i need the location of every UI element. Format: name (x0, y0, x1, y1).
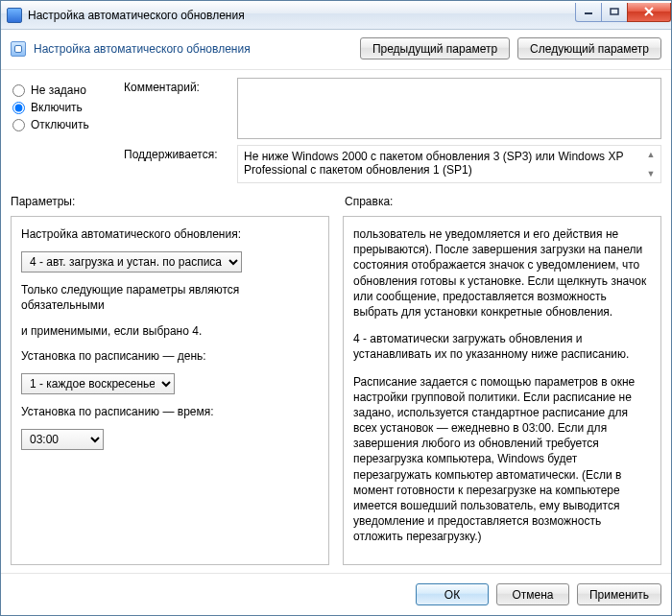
minimize-button[interactable] (575, 3, 602, 22)
supported-row: Поддерживается: Не ниже Windows 2000 с п… (124, 145, 661, 183)
maximize-button[interactable] (601, 3, 628, 22)
supported-label: Поддерживается: (124, 145, 229, 161)
state-radios: Не задано Включить Отключить (11, 78, 110, 189)
close-icon (643, 7, 655, 16)
policy-icon (11, 41, 26, 57)
header-title: Настройка автоматического обновления (34, 42, 360, 56)
options-title: Настройка автоматического обновления: (21, 226, 319, 242)
time-label: Установка по расписанию — время: (21, 404, 319, 419)
maximize-icon (610, 8, 619, 15)
ok-button[interactable]: ОК (416, 583, 489, 605)
help-panel: пользователь не уведомляется и его дейст… (343, 216, 661, 565)
svg-rect-0 (585, 12, 592, 14)
radio-enabled-label: Включить (31, 101, 83, 114)
radio-disabled[interactable]: Отключить (11, 118, 110, 131)
scroll-down-icon[interactable]: ▼ (643, 167, 659, 180)
comment-label: Комментарий: (124, 78, 229, 94)
fields: Комментарий: Поддерживается: Не ниже Win… (124, 78, 661, 189)
options-note1: Только следующие параметры являются обяз… (21, 282, 319, 313)
options-section-label: Параметры: (11, 195, 329, 208)
window-title: Настройка автоматического обновления (28, 9, 576, 22)
comment-row: Комментарий: (124, 78, 661, 139)
radio-enabled[interactable]: Включить (11, 101, 110, 114)
help-p2: 4 - автоматически загружать обновления и… (353, 331, 651, 362)
cancel-button[interactable]: Отмена (496, 583, 569, 605)
columns: Настройка автоматического обновления: 4 … (1, 210, 671, 573)
schedule-day-select[interactable]: 1 - каждое воскресенье (21, 373, 175, 394)
supported-box: Не ниже Windows 2000 с пакетом обновлени… (237, 145, 661, 183)
radio-not-configured-input[interactable] (12, 84, 25, 97)
next-setting-button[interactable]: Следующий параметр (517, 37, 661, 59)
section-labels: Параметры: Справка: (1, 193, 671, 210)
upper-panel: Не задано Включить Отключить Комментарий… (1, 70, 671, 193)
schedule-time-select[interactable]: 03:00 (21, 429, 104, 450)
help-p3: Расписание задается с помощью параметров… (353, 374, 651, 545)
help-p1: пользователь не уведомляется и его дейст… (353, 226, 651, 320)
help-section-label: Справка: (345, 195, 393, 208)
radio-not-configured[interactable]: Не задано (11, 83, 110, 97)
app-icon (7, 8, 22, 23)
header: Настройка автоматического обновления Пре… (1, 30, 671, 70)
supported-text: Не ниже Windows 2000 с пакетом обновлени… (244, 150, 623, 177)
previous-setting-button[interactable]: Предыдущий параметр (360, 37, 510, 59)
update-mode-select[interactable]: 4 - авт. загрузка и устан. по расписанию (21, 251, 242, 272)
radio-not-configured-label: Не задано (31, 83, 86, 97)
svg-rect-1 (611, 9, 618, 14)
apply-button[interactable]: Применить (577, 583, 661, 605)
dialog-window: Настройка автоматического обновления Нас… (0, 0, 672, 616)
titlebar: Настройка автоматического обновления (1, 1, 671, 30)
radio-disabled-label: Отключить (31, 118, 89, 131)
radio-disabled-input[interactable] (12, 119, 25, 131)
day-label: Установка по расписанию — день: (21, 348, 319, 364)
close-button[interactable] (627, 3, 671, 22)
window-buttons (576, 3, 671, 22)
scroll-up-icon[interactable]: ▲ (643, 148, 659, 161)
radio-enabled-input[interactable] (12, 102, 25, 114)
footer: ОК Отмена Применить (1, 573, 671, 615)
minimize-icon (584, 8, 593, 15)
options-panel: Настройка автоматического обновления: 4 … (11, 216, 329, 565)
options-note2: и применимыми, если выбрано 4. (21, 323, 319, 339)
comment-input[interactable] (237, 78, 661, 139)
